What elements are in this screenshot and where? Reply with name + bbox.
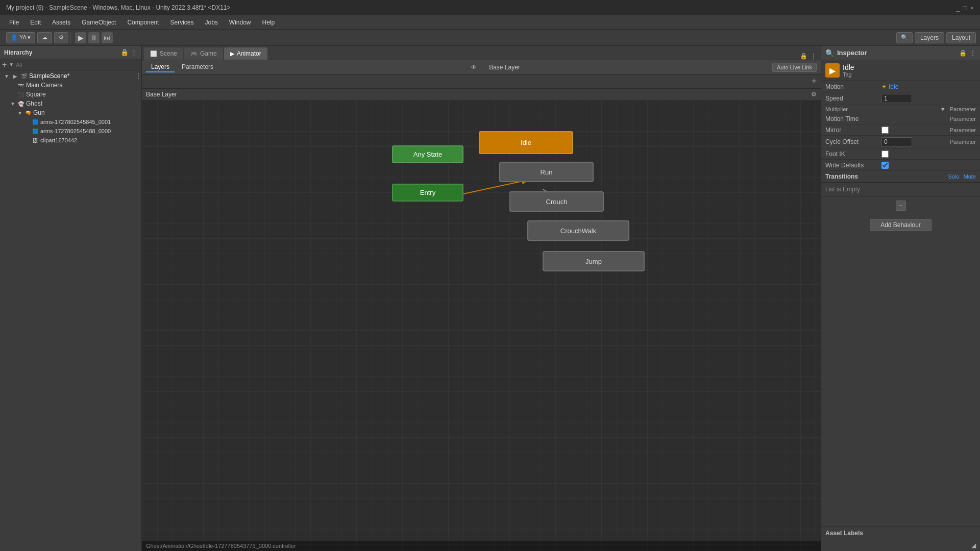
tree-label: clipart1670442 — [40, 137, 77, 143]
state-crouchwalk[interactable]: CrouchWalk — [527, 220, 629, 241]
scene-more-icon[interactable]: ⋮ — [135, 72, 141, 80]
writedefaults-label: Write Defaults — [825, 162, 881, 169]
inspector-title: Inspector — [837, 49, 956, 57]
remove-transition-btn[interactable]: − — [896, 201, 906, 211]
menu-edit[interactable]: Edit — [25, 17, 46, 28]
window-controls[interactable]: _ □ × — [956, 4, 974, 12]
animator-params-tab[interactable]: Parameters — [177, 62, 218, 72]
tab-scene[interactable]: ⬜ Scene — [144, 47, 183, 60]
tab-game[interactable]: 🎮 Game — [184, 47, 223, 60]
base-layer-row[interactable]: Base Layer ⚙ — [142, 89, 821, 101]
transitions-label: Transitions — [825, 173, 858, 180]
inspector-lock-icon[interactable]: 🔒 — [959, 49, 967, 57]
footik-checkbox[interactable] — [881, 151, 889, 158]
play-btn[interactable]: ▶ — [75, 32, 86, 43]
tree-item-maincamera[interactable]: 📷 Main Camera — [0, 81, 141, 90]
gun-icon: 🔫 — [24, 109, 32, 116]
toolbar-left-group: 👤 YA ▾ ☁ ⚙ — [4, 32, 71, 43]
scene-tab-icon: ⬜ — [150, 51, 157, 57]
close-btn[interactable]: × — [970, 4, 974, 12]
writedefaults-checkbox[interactable] — [881, 162, 889, 169]
maximize-btn[interactable]: □ — [963, 4, 967, 12]
inspector-cycleoffset-row: Cycle Offset Parameter — [821, 136, 980, 148]
tree-label: arms-1727802545845_0001 — [40, 119, 111, 125]
asset-labels-corner: ◢ — [821, 540, 980, 551]
state-jump[interactable]: Jump — [543, 251, 645, 271]
minimize-btn[interactable]: _ — [956, 4, 960, 12]
hierarchy-add-icon[interactable]: + — [2, 60, 7, 69]
camera-icon: 📷 — [17, 82, 24, 89]
state-any[interactable]: Any State — [392, 145, 463, 163]
speed-input[interactable] — [881, 94, 912, 103]
solo-btn[interactable]: Solo — [948, 173, 960, 180]
add-behaviour-btn[interactable]: Add Behaviour — [870, 219, 932, 231]
menu-jobs[interactable]: Jobs — [200, 17, 223, 28]
cloud-btn[interactable]: ☁ — [37, 32, 52, 43]
pause-btn[interactable]: ⏸ — [88, 32, 100, 43]
cycleoffset-label: Cycle Offset — [825, 138, 881, 145]
animator-tab-icon: ▶ — [230, 51, 234, 57]
animator-breadcrumb: Base Layer — [489, 64, 520, 71]
animator-layers-tab[interactable]: Layers — [146, 62, 175, 72]
add-layer-btn[interactable]: + — [811, 76, 817, 87]
menu-services[interactable]: Services — [165, 17, 199, 28]
tree-item-square[interactable]: ⬛ Square — [0, 90, 141, 99]
inspector-panel: 🔍 Inspector 🔒 ⋮ ▶ Idle Tag Motion ✦ Idle… — [821, 46, 980, 551]
inspector-motiontime-row: Motion Time Parameter — [821, 113, 980, 124]
search-btn[interactable]: 🔍 — [896, 32, 913, 43]
ghost-expand[interactable]: ▼ — [10, 101, 17, 107]
asset-labels-corner-icon[interactable]: ◢ — [971, 542, 976, 549]
layer-controls: + — [142, 74, 821, 89]
tree-label: SampleScene* — [29, 72, 69, 80]
menu-bar: File Edit Assets GameObject Component Se… — [0, 15, 980, 30]
menu-gameobject[interactable]: GameObject — [77, 17, 121, 28]
menu-component[interactable]: Component — [122, 17, 164, 28]
animator-canvas[interactable]: Idle Any State Entry Run Crouch CrouchWa… — [142, 101, 821, 551]
state-idle[interactable]: Idle — [479, 131, 573, 154]
grid-background — [142, 101, 821, 551]
menu-assets[interactable]: Assets — [47, 17, 76, 28]
window-title-bar: My project (6) - SampleScene - Windows, … — [0, 0, 980, 15]
tree-item-arms1[interactable]: 🟦 arms-1727802545845_0001 — [0, 117, 141, 127]
hierarchy-more-icon[interactable]: ⋮ — [131, 48, 137, 56]
state-entry[interactable]: Entry — [392, 184, 463, 202]
expand-icon2[interactable]: ▶ — [13, 73, 20, 79]
mirror-parameter-label: Parameter — [950, 127, 976, 133]
tab-animator[interactable]: ▶ Animator — [224, 47, 267, 60]
menu-help[interactable]: Help — [257, 17, 280, 28]
mute-btn[interactable]: Mute — [964, 173, 976, 180]
hierarchy-lock-icon[interactable]: 🔒 — [120, 48, 129, 56]
mirror-checkbox[interactable] — [881, 127, 889, 134]
step-btn[interactable]: ⏭ — [102, 32, 113, 43]
multiplier-dropdown-icon[interactable]: ▼ — [940, 106, 946, 112]
state-run[interactable]: Run — [499, 162, 594, 182]
gun-expand[interactable]: ▼ — [17, 110, 24, 116]
tree-item-ghost[interactable]: ▼ 👻 Ghost — [0, 99, 141, 108]
menu-window[interactable]: Window — [224, 17, 256, 28]
tree-item-arms2[interactable]: 🟦 arms-1727802545488_0000 — [0, 127, 141, 136]
menu-file[interactable]: File — [4, 17, 24, 28]
layers-btn[interactable]: Layers — [915, 32, 944, 43]
animator-more-icon[interactable]: ⋮ — [811, 53, 817, 60]
animator-eye-icon[interactable]: 👁 — [471, 64, 477, 71]
auto-live-link-btn[interactable]: Auto Live Link — [772, 63, 817, 72]
cycleoffset-input[interactable] — [881, 137, 912, 146]
animator-footer: Ghost/Animation/GhostIdle-1727780543773_… — [142, 541, 821, 551]
state-crouch[interactable]: Crouch — [509, 191, 604, 212]
layout-btn[interactable]: Layout — [946, 32, 976, 43]
tree-item-gun[interactable]: ▼ 🔫 Gun — [0, 108, 141, 117]
tree-item-clipart[interactable]: 🖼 clipart1670442 — [0, 136, 141, 145]
hierarchy-search-input[interactable] — [16, 62, 139, 68]
expand-icon[interactable]: ▼ — [4, 73, 11, 79]
tree-item-samplescene[interactable]: ▼ ▶ 🎬 SampleScene* ⋮ — [0, 71, 141, 81]
inspector-more-icon[interactable]: ⋮ — [970, 49, 976, 57]
mirror-value — [881, 127, 950, 134]
layer-gear-icon[interactable]: ⚙ — [811, 91, 817, 98]
motion-link[interactable]: Idle — [889, 83, 898, 90]
account-btn[interactable]: 👤 YA ▾ — [6, 32, 35, 43]
gear-icon: ⚙ — [59, 34, 64, 41]
animator-lock-icon[interactable]: 🔒 — [800, 53, 807, 60]
speed-label: Speed — [825, 95, 881, 102]
settings-btn[interactable]: ⚙ — [54, 32, 68, 43]
animator-footer-text: Ghost/Animation/GhostIdle-1727780543773_… — [146, 543, 296, 549]
